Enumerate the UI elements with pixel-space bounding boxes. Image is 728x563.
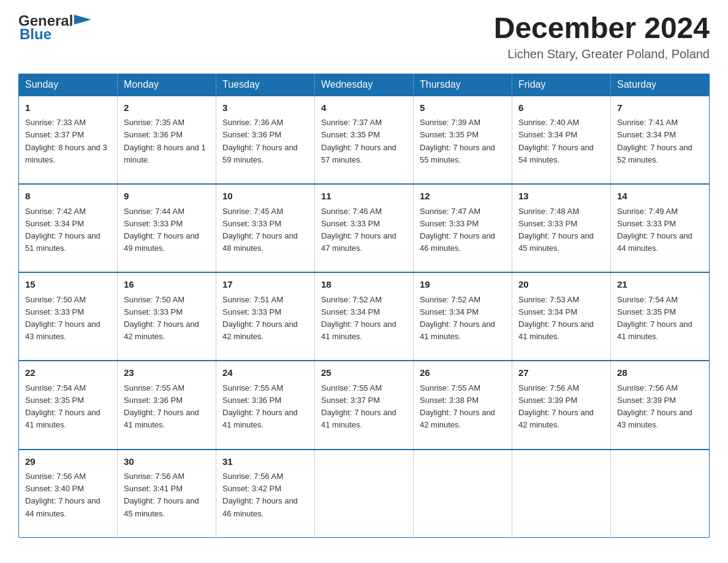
calendar-cell: 31 Sunrise: 7:56 AMSunset: 3:42 PMDaylig… xyxy=(216,450,315,538)
day-number: 31 xyxy=(222,455,308,469)
calendar-cell: 11 Sunrise: 7:46 AMSunset: 3:33 PMDaylig… xyxy=(315,184,414,272)
calendar-cell: 24 Sunrise: 7:55 AMSunset: 3:36 PMDaylig… xyxy=(216,361,315,449)
day-info: Sunrise: 7:49 AMSunset: 3:33 PMDaylight:… xyxy=(617,207,692,266)
calendar-week-row: 8 Sunrise: 7:42 AMSunset: 3:34 PMDayligh… xyxy=(19,184,710,272)
weekday-header-tuesday: Tuesday xyxy=(216,74,315,96)
day-info: Sunrise: 7:35 AMSunset: 3:36 PMDaylight:… xyxy=(124,118,206,177)
calendar-cell: 4 Sunrise: 7:37 AMSunset: 3:35 PMDayligh… xyxy=(315,96,414,184)
day-number: 5 xyxy=(420,101,506,115)
day-number: 12 xyxy=(420,190,506,204)
day-info: Sunrise: 7:44 AMSunset: 3:33 PMDaylight:… xyxy=(124,207,199,266)
calendar-cell: 5 Sunrise: 7:39 AMSunset: 3:35 PMDayligh… xyxy=(414,96,512,184)
day-info: Sunrise: 7:52 AMSunset: 3:34 PMDaylight:… xyxy=(321,295,396,354)
day-number: 9 xyxy=(124,190,210,204)
calendar-cell: 13 Sunrise: 7:48 AMSunset: 3:33 PMDaylig… xyxy=(512,184,611,272)
calendar-cell: 21 Sunrise: 7:54 AMSunset: 3:35 PMDaylig… xyxy=(611,272,710,361)
header-title-block: December 2024 Lichen Stary, Greater Pola… xyxy=(494,12,710,61)
calendar-cell: 30 Sunrise: 7:56 AMSunset: 3:41 PMDaylig… xyxy=(118,450,216,538)
day-number: 8 xyxy=(25,190,111,204)
calendar-week-row: 29 Sunrise: 7:56 AMSunset: 3:40 PMDaylig… xyxy=(19,450,710,538)
calendar-cell: 10 Sunrise: 7:45 AMSunset: 3:33 PMDaylig… xyxy=(216,184,315,272)
calendar-cell: 15 Sunrise: 7:50 AMSunset: 3:33 PMDaylig… xyxy=(19,272,118,361)
calendar-cell: 23 Sunrise: 7:55 AMSunset: 3:36 PMDaylig… xyxy=(118,361,216,449)
day-info: Sunrise: 7:56 AMSunset: 3:39 PMDaylight:… xyxy=(617,383,692,442)
calendar-cell: 7 Sunrise: 7:41 AMSunset: 3:34 PMDayligh… xyxy=(611,96,710,184)
day-info: Sunrise: 7:50 AMSunset: 3:33 PMDaylight:… xyxy=(124,295,199,354)
day-info: Sunrise: 7:46 AMSunset: 3:33 PMDaylight:… xyxy=(321,207,396,266)
day-number: 25 xyxy=(321,366,407,380)
day-number: 29 xyxy=(25,455,111,469)
day-number: 11 xyxy=(321,190,407,204)
calendar-cell: 22 Sunrise: 7:54 AMSunset: 3:35 PMDaylig… xyxy=(19,361,118,449)
day-number: 6 xyxy=(518,101,604,115)
day-info: Sunrise: 7:45 AMSunset: 3:33 PMDaylight:… xyxy=(222,207,298,266)
day-number: 20 xyxy=(518,278,604,292)
weekday-header-sunday: Sunday xyxy=(19,74,118,96)
calendar-cell: 2 Sunrise: 7:35 AMSunset: 3:36 PMDayligh… xyxy=(118,96,216,184)
calendar-week-row: 22 Sunrise: 7:54 AMSunset: 3:35 PMDaylig… xyxy=(19,361,710,449)
day-number: 21 xyxy=(617,278,703,292)
day-info: Sunrise: 7:56 AMSunset: 3:42 PMDaylight:… xyxy=(222,472,298,530)
day-info: Sunrise: 7:39 AMSunset: 3:35 PMDaylight:… xyxy=(420,118,495,177)
day-info: Sunrise: 7:53 AMSunset: 3:34 PMDaylight:… xyxy=(518,295,594,354)
day-number: 22 xyxy=(25,366,111,380)
calendar-cell: 9 Sunrise: 7:44 AMSunset: 3:33 PMDayligh… xyxy=(118,184,216,272)
day-info: Sunrise: 7:37 AMSunset: 3:35 PMDaylight:… xyxy=(321,118,396,177)
calendar-cell xyxy=(315,450,414,538)
calendar-cell: 17 Sunrise: 7:51 AMSunset: 3:33 PMDaylig… xyxy=(216,272,315,361)
day-info: Sunrise: 7:50 AMSunset: 3:33 PMDaylight:… xyxy=(25,295,100,354)
calendar-cell xyxy=(611,450,710,538)
calendar-table: SundayMondayTuesdayWednesdayThursdayFrid… xyxy=(18,74,710,538)
calendar-cell: 27 Sunrise: 7:56 AMSunset: 3:39 PMDaylig… xyxy=(512,361,611,449)
day-number: 7 xyxy=(617,101,703,115)
day-number: 19 xyxy=(420,278,506,292)
calendar-cell: 19 Sunrise: 7:52 AMSunset: 3:34 PMDaylig… xyxy=(414,272,512,361)
day-number: 10 xyxy=(222,190,308,204)
weekday-header-row: SundayMondayTuesdayWednesdayThursdayFrid… xyxy=(19,74,710,96)
calendar-cell: 28 Sunrise: 7:56 AMSunset: 3:39 PMDaylig… xyxy=(611,361,710,449)
logo-flag-icon xyxy=(74,15,91,28)
calendar-cell: 26 Sunrise: 7:55 AMSunset: 3:38 PMDaylig… xyxy=(414,361,512,449)
logo-blue-text: Blue xyxy=(20,26,51,43)
day-info: Sunrise: 7:55 AMSunset: 3:38 PMDaylight:… xyxy=(420,383,495,442)
day-info: Sunrise: 7:56 AMSunset: 3:39 PMDaylight:… xyxy=(518,383,594,442)
calendar-cell xyxy=(414,450,512,538)
calendar-cell: 14 Sunrise: 7:49 AMSunset: 3:33 PMDaylig… xyxy=(611,184,710,272)
day-info: Sunrise: 7:47 AMSunset: 3:33 PMDaylight:… xyxy=(420,207,495,266)
day-info: Sunrise: 7:33 AMSunset: 3:37 PMDaylight:… xyxy=(25,118,107,177)
calendar-cell: 25 Sunrise: 7:55 AMSunset: 3:37 PMDaylig… xyxy=(315,361,414,449)
day-number: 4 xyxy=(321,101,407,115)
day-number: 17 xyxy=(222,278,308,292)
day-number: 23 xyxy=(124,366,210,380)
calendar-cell: 18 Sunrise: 7:52 AMSunset: 3:34 PMDaylig… xyxy=(315,272,414,361)
day-number: 28 xyxy=(617,366,703,380)
day-info: Sunrise: 7:41 AMSunset: 3:34 PMDaylight:… xyxy=(617,118,692,177)
day-info: Sunrise: 7:56 AMSunset: 3:40 PMDaylight:… xyxy=(25,472,100,530)
day-number: 3 xyxy=(222,101,308,115)
day-number: 13 xyxy=(518,190,604,204)
calendar-cell: 3 Sunrise: 7:36 AMSunset: 3:36 PMDayligh… xyxy=(216,96,315,184)
calendar-cell xyxy=(512,450,611,538)
day-number: 26 xyxy=(420,366,506,380)
day-number: 18 xyxy=(321,278,407,292)
day-number: 14 xyxy=(617,190,703,204)
day-number: 16 xyxy=(124,278,210,292)
day-number: 1 xyxy=(25,101,111,115)
location-subtitle: Lichen Stary, Greater Poland, Poland xyxy=(494,47,710,61)
day-info: Sunrise: 7:48 AMSunset: 3:33 PMDaylight:… xyxy=(518,207,594,266)
month-title: December 2024 xyxy=(494,12,710,45)
day-info: Sunrise: 7:51 AMSunset: 3:33 PMDaylight:… xyxy=(222,295,298,354)
calendar-week-row: 1 Sunrise: 7:33 AMSunset: 3:37 PMDayligh… xyxy=(19,96,710,184)
day-info: Sunrise: 7:55 AMSunset: 3:36 PMDaylight:… xyxy=(222,383,298,442)
svg-marker-0 xyxy=(74,15,91,25)
day-info: Sunrise: 7:54 AMSunset: 3:35 PMDaylight:… xyxy=(617,295,692,354)
weekday-header-wednesday: Wednesday xyxy=(315,74,414,96)
day-info: Sunrise: 7:40 AMSunset: 3:34 PMDaylight:… xyxy=(518,118,594,177)
day-info: Sunrise: 7:42 AMSunset: 3:34 PMDaylight:… xyxy=(25,207,100,266)
weekday-header-saturday: Saturday xyxy=(611,74,710,96)
calendar-cell: 29 Sunrise: 7:56 AMSunset: 3:40 PMDaylig… xyxy=(19,450,118,538)
day-info: Sunrise: 7:36 AMSunset: 3:36 PMDaylight:… xyxy=(222,118,298,177)
page-header: General Blue December 2024 Lichen Stary,… xyxy=(18,12,710,61)
calendar-cell: 1 Sunrise: 7:33 AMSunset: 3:37 PMDayligh… xyxy=(19,96,118,184)
day-number: 2 xyxy=(124,101,210,115)
